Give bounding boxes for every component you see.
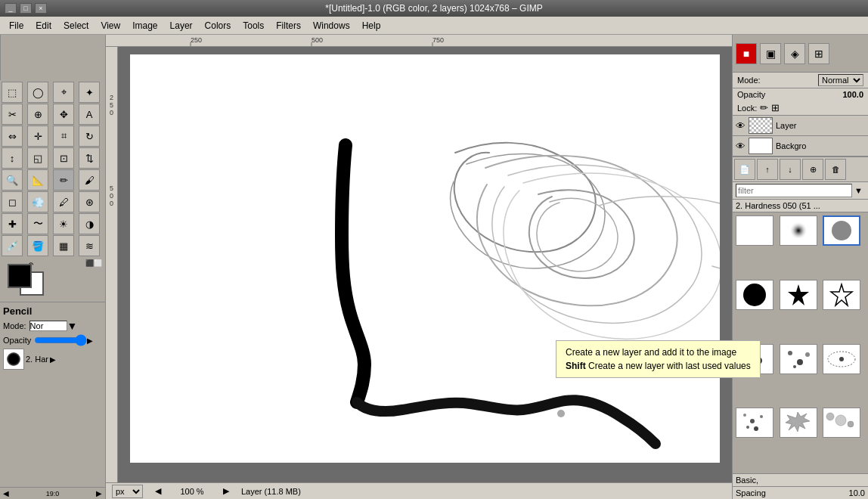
blend-mode-select[interactable]: Normal Multiply Screen [818, 74, 863, 86]
layer-item-background[interactable]: 👁 Backgro [733, 136, 868, 157]
tool-blur[interactable]: ≋ [79, 235, 100, 256]
tool-move[interactable]: ✛ [27, 126, 48, 147]
mode-input[interactable] [29, 321, 67, 331]
tool-rect-select[interactable]: ⬚ [2, 82, 23, 103]
brush-dropdown-icon[interactable]: ▶ [50, 355, 56, 364]
mode-dropdown-icon[interactable]: ▼ [67, 320, 78, 332]
svg-marker-8 [831, 284, 852, 305]
nav-next-icon[interactable]: ▶ [96, 489, 102, 497]
title-bar: _ □ × *[Untitled]-1.0 (RGB color, 2 laye… [0, 0, 868, 17]
drawing-canvas[interactable] [130, 54, 720, 463]
menu-tools[interactable]: Tools [237, 19, 270, 33]
tool-grid: ⬚ ◯ ⌖ ✦ ✂ ⊕ ✥ A ⇔ ✛ ⌗ ↻ ↕ ◱ ⊡ ⇅ 🔍 📐 ✏ 🖌 … [0, 80, 105, 258]
svg-point-5 [832, 221, 851, 240]
brush-item-8[interactable] [823, 344, 860, 374]
layer-item-layer[interactable]: 👁 Layer [733, 116, 868, 136]
svg-point-19 [743, 414, 746, 417]
tool-scissors[interactable]: ✂ [2, 104, 23, 125]
layer-lower-button[interactable]: ↓ [780, 159, 801, 180]
menu-filters[interactable]: Filters [270, 19, 307, 33]
tool-rotate[interactable]: ↻ [79, 126, 100, 147]
tool-free-select[interactable]: ⌖ [53, 82, 74, 103]
opacity-expand-icon[interactable]: ▶ [87, 336, 93, 345]
menu-help[interactable]: Help [356, 19, 387, 33]
layer-new-button[interactable]: 📄 [734, 159, 755, 180]
unit-select[interactable]: px in mm [112, 485, 143, 498]
menu-image[interactable]: Image [126, 19, 163, 33]
svg-point-24 [826, 413, 834, 420]
menu-colors[interactable]: Colors [199, 19, 237, 33]
tool-shear[interactable]: ◱ [27, 147, 48, 169]
tool-ellipse-select[interactable]: ◯ [27, 82, 48, 103]
tool-airbrush[interactable]: 💨 [27, 191, 48, 212]
brush-item-1[interactable] [780, 215, 817, 246]
opacity-slider[interactable] [34, 335, 87, 346]
tool-paths[interactable]: ✥ [53, 104, 74, 125]
menu-layer[interactable]: Layer [164, 19, 199, 33]
tool-fill[interactable]: 🪣 [27, 235, 48, 256]
layer-raise-button[interactable]: ↑ [757, 159, 778, 180]
layer-visibility-bg[interactable]: 👁 [736, 141, 746, 152]
brush-item-7[interactable] [780, 344, 817, 374]
tool-dodge[interactable]: ☀ [53, 213, 74, 234]
tool-clone[interactable]: ⊛ [79, 191, 100, 212]
tool-smudge[interactable]: 〜 [27, 213, 48, 234]
brush-item-2[interactable] [823, 215, 860, 246]
brush-item-5[interactable] [823, 280, 860, 310]
layer-delete-button[interactable]: 🗑 [825, 159, 846, 180]
lock-alpha-icon[interactable]: ⊞ [771, 102, 780, 113]
close-button[interactable]: × [35, 3, 47, 14]
brush-item-6[interactable] [736, 344, 773, 374]
tool-perspective[interactable]: ⊡ [53, 147, 74, 169]
tool-fg-select[interactable]: ⊕ [27, 104, 48, 125]
menu-windows[interactable]: Windows [307, 19, 356, 33]
brush-item-3[interactable] [736, 280, 773, 310]
tool-measure[interactable]: 📐 [27, 169, 48, 191]
nav-prev-icon[interactable]: ◀ [3, 489, 9, 497]
layer-duplicate-button[interactable]: ⊕ [802, 159, 823, 180]
minimize-button[interactable]: _ [5, 3, 17, 14]
tool-ink[interactable]: 🖊 [53, 191, 74, 212]
tool-flip[interactable]: ⇅ [79, 147, 100, 169]
tool-text[interactable]: A [79, 104, 100, 125]
brush-item-11[interactable] [823, 408, 860, 438]
tool-pencil[interactable]: ✏ [53, 169, 74, 191]
tool-desaturate[interactable]: ◑ [79, 213, 100, 234]
zoom-nav-left[interactable]: ◀ [155, 486, 161, 496]
brush-item-9[interactable] [736, 408, 773, 438]
tool-zoom[interactable]: 🔍 [2, 169, 23, 191]
tool-paintbrush[interactable]: 🖌 [79, 169, 100, 191]
tool-heal[interactable]: ✚ [2, 213, 23, 234]
right-icon-1[interactable]: ■ [736, 43, 757, 64]
right-icon-3[interactable]: ◈ [784, 43, 805, 64]
layer-visibility-eye[interactable]: 👁 [736, 120, 746, 132]
maximize-button[interactable]: □ [20, 3, 32, 14]
menu-view[interactable]: View [95, 19, 126, 33]
brushes-filter-input[interactable] [736, 184, 852, 197]
right-icon-4[interactable]: ⊞ [808, 43, 829, 64]
tool-eraser[interactable]: ◻ [2, 191, 23, 212]
reset-colors-icon[interactable]: ⬛⬜ [85, 259, 102, 267]
menu-select[interactable]: Select [57, 19, 95, 33]
canvas-scroll-area[interactable] [118, 47, 732, 482]
zoom-nav-right[interactable]: ▶ [223, 486, 229, 496]
menu-edit[interactable]: Edit [29, 19, 57, 33]
menu-bar: File Edit Select View Image Layer Colors… [0, 17, 868, 35]
brush-item-0[interactable] [736, 215, 773, 246]
tool-blend[interactable]: ▦ [53, 235, 74, 256]
tool-align[interactable]: ⇔ [2, 126, 23, 147]
tool-crop[interactable]: ⌗ [53, 126, 74, 147]
menu-file[interactable]: File [3, 19, 29, 33]
brush-item-4[interactable] [780, 280, 817, 310]
tool-scale[interactable]: ↕ [2, 147, 23, 169]
tool-color-picker[interactable]: 💉 [2, 235, 23, 256]
tool-fuzzy-select[interactable]: ✦ [79, 82, 100, 103]
brushes-filter-dropdown[interactable]: ▼ [852, 186, 865, 195]
opacity-row-label: Opacity [737, 90, 842, 99]
foreground-color-swatch[interactable] [8, 264, 32, 288]
svg-point-25 [835, 415, 846, 426]
lock-pixels-icon[interactable]: ✏ [760, 102, 768, 113]
opacity-row: Opacity 100.0 [733, 88, 868, 101]
brush-item-10[interactable] [780, 408, 817, 438]
right-icon-2[interactable]: ▣ [760, 43, 781, 64]
